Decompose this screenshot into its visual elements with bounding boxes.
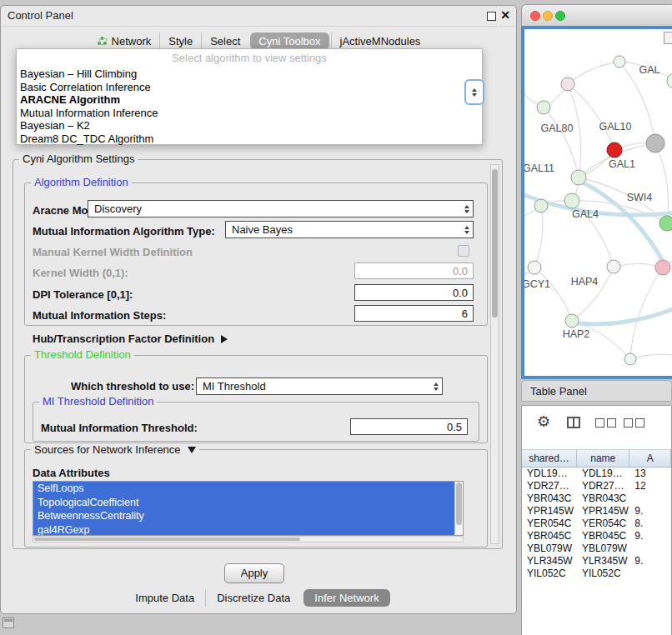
tab-select[interactable]: Select bbox=[201, 32, 248, 50]
column-header-a[interactable]: A bbox=[629, 449, 671, 468]
network-graph: GALGAL80GAL10GAL11GAL1SWI4GAL4GCY1HAP4HA… bbox=[524, 29, 672, 376]
menu-item-bayesian-hill-climbing[interactable]: Bayesian – Hill Climbing bbox=[17, 68, 482, 81]
network-edge bbox=[534, 268, 572, 321]
mi-threshold-field[interactable]: 0.5 bbox=[350, 418, 468, 435]
down-arrow-icon bbox=[472, 93, 477, 97]
table-row[interactable]: YPR145WYPR145W9. bbox=[522, 505, 671, 518]
scrollbar-thumb[interactable] bbox=[492, 169, 498, 318]
table-cell: YDL19… bbox=[577, 468, 629, 480]
tab-style[interactable]: Style bbox=[159, 32, 201, 50]
table-cell: YBL079W bbox=[522, 542, 577, 555]
deselect-all-checks-icon[interactable] bbox=[624, 418, 644, 428]
minimized-panel-icon[interactable] bbox=[3, 618, 14, 628]
table-cell: 13 bbox=[629, 468, 671, 480]
zoom-traffic-light[interactable] bbox=[555, 11, 565, 21]
gear-icon[interactable]: ⚙ bbox=[537, 412, 550, 431]
scrollbar-thumb[interactable] bbox=[456, 482, 462, 525]
control-panel-titlebar: Control Panel ✕ bbox=[1, 6, 516, 27]
sources-disclosure[interactable]: Sources for Network Inference bbox=[31, 443, 199, 456]
table-cell: YPR145W bbox=[522, 505, 577, 518]
table-cell: YER054C bbox=[577, 518, 629, 530]
birdseye-toggle[interactable] bbox=[664, 32, 672, 44]
network-canvas[interactable]: GALGAL80GAL10GAL11GAL1SWI4GAL4GCY1HAP4HA… bbox=[521, 26, 672, 379]
attribute-item-topologicalcoefficient[interactable]: TopologicalCoefficient bbox=[33, 496, 454, 510]
tab-label: Style bbox=[168, 35, 193, 48]
close-icon[interactable]: ✕ bbox=[500, 8, 510, 22]
table-row[interactable]: YER054CYER054C8. bbox=[522, 518, 671, 530]
attribute-item-betweennesscentrality[interactable]: BetweennessCentrality bbox=[33, 509, 454, 523]
aracne-mode-select[interactable]: Discovery bbox=[88, 200, 474, 218]
scrollbar-thumb[interactable] bbox=[34, 538, 300, 541]
table-row[interactable]: YBL079WYBL079W bbox=[522, 542, 671, 555]
table-row[interactable]: YIL052CYIL052C bbox=[522, 568, 671, 580]
kernel-width-label: Kernel Width (0,1): bbox=[33, 267, 128, 279]
table-cell: YIL052C bbox=[577, 568, 629, 580]
network-node[interactable] bbox=[667, 73, 672, 88]
list-vertical-scrollbar[interactable] bbox=[454, 482, 463, 535]
network-node[interactable] bbox=[565, 314, 579, 328]
table-cell: 9. bbox=[629, 530, 671, 542]
table-cell: 12 bbox=[629, 480, 671, 492]
table-row[interactable]: YBR043CYBR043C bbox=[522, 492, 671, 505]
network-node[interactable] bbox=[607, 260, 620, 273]
column-header-name[interactable]: name bbox=[577, 449, 630, 468]
tab-cyni-toolbox[interactable]: Cyni Toolbox bbox=[250, 32, 328, 50]
tab-jactivemnodules[interactable]: jActiveMNodules bbox=[331, 32, 429, 50]
table-cell bbox=[629, 542, 671, 555]
combo-stepper-focus-fragment[interactable] bbox=[464, 79, 484, 105]
float-icon[interactable] bbox=[487, 12, 496, 21]
table-row[interactable]: YLR345WYLR345W9. bbox=[522, 555, 671, 568]
network-node[interactable] bbox=[607, 142, 622, 158]
network-node[interactable] bbox=[655, 260, 670, 275]
table-row[interactable]: YDL19…YDL19…13 bbox=[522, 468, 671, 480]
attribute-item-gal4rgexp[interactable]: gal4RGexp bbox=[33, 523, 454, 537]
node-label: GAL bbox=[639, 64, 659, 76]
data-attributes-list[interactable]: SelfLoopsTopologicalCoefficientBetweenne… bbox=[33, 481, 464, 536]
network-node[interactable] bbox=[624, 353, 636, 365]
table-row[interactable]: YBR045CYBR045C9. bbox=[522, 530, 671, 542]
minimize-traffic-light[interactable] bbox=[543, 11, 553, 21]
table-cell: YLR345W bbox=[577, 555, 629, 568]
node-label: GAL10 bbox=[599, 121, 632, 132]
tab-network[interactable]: Network bbox=[88, 32, 160, 50]
network-node[interactable] bbox=[561, 78, 574, 91]
bottom-tab-impute-data[interactable]: Impute Data bbox=[124, 589, 205, 607]
network-node[interactable] bbox=[571, 170, 586, 185]
table-cell: YIL052C bbox=[522, 568, 577, 580]
attribute-item-selfloops[interactable]: SelfLoops bbox=[33, 482, 454, 496]
menu-item-bayesian-k2[interactable]: Bayesian – K2 bbox=[17, 119, 482, 132]
network-node[interactable] bbox=[534, 199, 548, 212]
dpi-tolerance-field[interactable]: 0.0 bbox=[354, 284, 474, 301]
chevron-right-icon bbox=[221, 335, 228, 343]
close-traffic-light[interactable] bbox=[530, 11, 540, 21]
which-threshold-select[interactable]: MI Threshold bbox=[196, 378, 443, 395]
bottom-tab-discretize-data[interactable]: Discretize Data bbox=[205, 589, 301, 607]
bottom-tab-infer-network[interactable]: Infer Network bbox=[303, 589, 389, 607]
network-node[interactable] bbox=[614, 56, 625, 68]
select-all-checks-icon[interactable] bbox=[595, 418, 616, 428]
settings-scrollbar[interactable] bbox=[490, 164, 499, 544]
network-node[interactable] bbox=[528, 261, 541, 274]
tab-label: Select bbox=[210, 35, 240, 48]
network-node[interactable] bbox=[537, 101, 550, 114]
table-row[interactable]: YDR27…YDR27…12 bbox=[522, 480, 671, 492]
network-node[interactable] bbox=[646, 134, 664, 152]
mi-steps-field[interactable]: 6 bbox=[354, 305, 474, 322]
tab-label: Network bbox=[112, 35, 152, 48]
hub-definition-disclosure[interactable]: Hub/Transcription Factor Definition bbox=[33, 332, 228, 345]
list-horizontal-scrollbar[interactable] bbox=[33, 536, 464, 542]
columns-icon[interactable] bbox=[567, 417, 580, 428]
menu-item-mutual-information-inference[interactable]: Mutual Information Inference bbox=[17, 107, 482, 120]
apply-button[interactable]: Apply bbox=[224, 563, 284, 583]
table-body: YDL19…YDL19…13YDR27…YDR27…12YBR043CYBR04… bbox=[522, 468, 671, 635]
menu-item-basic-correlation-inference[interactable]: Basic Correlation Inference bbox=[17, 81, 482, 94]
hub-definition-label: Hub/Transcription Factor Definition bbox=[33, 332, 214, 345]
column-header-shared[interactable]: shared… bbox=[522, 449, 577, 468]
menu-item-dream8-dc-tdc-algorithm[interactable]: Dream8 DC_TDC Algorithm bbox=[17, 132, 482, 146]
attr-items: SelfLoopsTopologicalCoefficientBetweenne… bbox=[33, 482, 463, 536]
menu-item-aracne-algorithm[interactable]: ARACNE Algorithm bbox=[17, 93, 482, 107]
network-node[interactable] bbox=[659, 216, 672, 231]
table-cell: 9. bbox=[629, 505, 671, 518]
mi-type-select[interactable]: Naive Bayes bbox=[225, 221, 474, 238]
network-node[interactable] bbox=[564, 193, 579, 208]
